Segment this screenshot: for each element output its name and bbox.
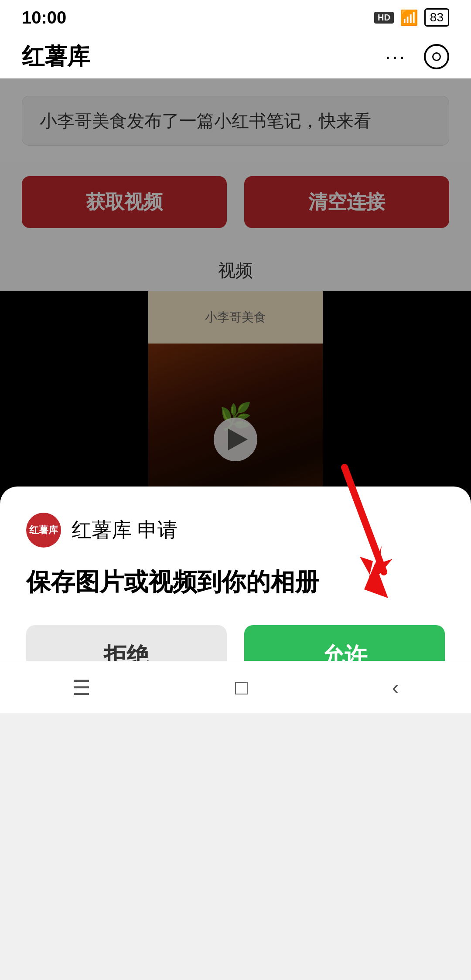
signal-icon: 📶: [400, 9, 418, 26]
video-top-banner: 小李哥美食: [148, 291, 323, 344]
permission-dialog: 红薯库 红薯库 申请 保存图片或视频到你的相册 拒绝 允许 ☰ □ ‹: [0, 487, 471, 713]
clear-link-button[interactable]: 清空连接: [244, 176, 449, 228]
status-time: 10:00: [22, 8, 66, 27]
nav-back-icon[interactable]: ‹: [392, 675, 399, 699]
action-buttons-row: 获取视频 清空连接: [0, 163, 471, 241]
hd-icon: HD: [374, 12, 394, 24]
scan-button[interactable]: [424, 44, 449, 69]
url-input[interactable]: 小李哥美食发布了一篇小红书笔记，快来看: [22, 96, 449, 146]
play-button[interactable]: [214, 418, 257, 461]
status-bar: 10:00 HD 📶 83: [0, 0, 471, 35]
permission-title: 保存图片或视频到你的相册: [26, 565, 445, 599]
battery-icon: 83: [424, 8, 449, 27]
main-content: 小李哥美食发布了一篇小红书笔记，快来看 获取视频 清空连接 视频 小李哥美食 🌿: [0, 78, 471, 713]
app-logo-icon: 红薯库: [26, 513, 61, 548]
header-actions: ···: [385, 44, 449, 69]
play-triangle-icon: [228, 429, 248, 450]
video-banner-text: 小李哥美食: [205, 309, 266, 326]
status-icons: HD 📶 83: [374, 8, 449, 27]
video-label: 视频: [0, 250, 471, 291]
nav-bar: ☰ □ ‹: [0, 661, 471, 713]
permission-sheet: 红薯库 红薯库 申请 保存图片或视频到你的相册 拒绝 允许: [0, 487, 471, 687]
nav-home-icon[interactable]: □: [235, 675, 248, 699]
app-header: 红薯库 ···: [0, 35, 471, 78]
permission-header: 红薯库 红薯库 申请: [26, 513, 445, 548]
app-title: 红薯库: [22, 41, 90, 72]
more-menu-button[interactable]: ···: [385, 46, 406, 68]
url-section: 小李哥美食发布了一篇小红书笔记，快来看: [0, 78, 471, 163]
permission-app-name: 红薯库 申请: [72, 517, 177, 544]
scan-inner-icon: [432, 52, 441, 61]
app-logo-text: 红薯库: [29, 524, 58, 537]
get-video-button[interactable]: 获取视频: [22, 176, 227, 228]
nav-menu-icon[interactable]: ☰: [72, 675, 91, 700]
